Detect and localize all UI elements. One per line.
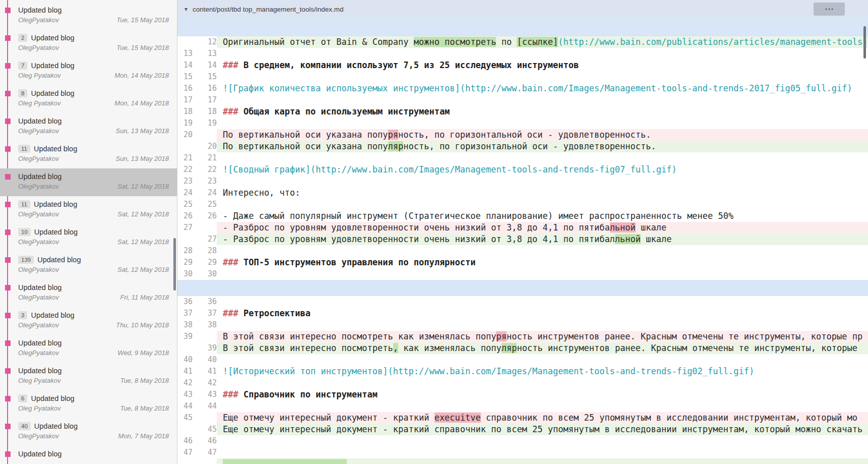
commit-item[interactable]: 139Updated blogOlegPyatakovSat, 12 May 2… xyxy=(0,252,177,279)
code-segment: ### xyxy=(223,106,238,117)
diff-row: 2323 xyxy=(177,176,868,187)
diff-row: 27- Разброс по уровням удовлетворенности… xyxy=(177,222,868,234)
commit-title: Updated blog xyxy=(31,62,74,70)
code-segment: ТОП-5 инструментов управления по популяр… xyxy=(238,257,476,267)
code-segment: ляр xyxy=(388,141,404,151)
code-line: В этой связи интересно посмотреть, как и… xyxy=(217,342,868,354)
commit-title: Updated blog xyxy=(31,394,74,402)
code-line xyxy=(217,199,868,210)
diff-scrollbar-thumb[interactable] xyxy=(863,26,866,59)
diff-row: 2828 xyxy=(177,245,868,257)
commit-item[interactable]: 40Updated blogOlegPyatakovMon, 7 May 201… xyxy=(0,418,177,446)
commit-marker-icon xyxy=(5,257,11,263)
diff-row: 45Еще отмечу интересный документ - кратк… xyxy=(177,424,868,435)
old-line-number: 40 xyxy=(177,354,193,366)
collapsed-lines-band[interactable] xyxy=(177,280,868,296)
commit-item[interactable]: Updated blogOlegPyatakovSat, 12 May 2018 xyxy=(0,168,177,196)
commit-item[interactable]: 7Updated blogOleg PyatakovMon, 14 May 20… xyxy=(0,57,177,85)
commit-marker-icon xyxy=(5,202,11,207)
new-line-number: 23 xyxy=(193,176,217,187)
commit-title: Updated blog xyxy=(31,89,74,97)
commit-title: Updated blog xyxy=(31,311,74,319)
commit-marker-icon xyxy=(5,91,11,96)
old-line-number xyxy=(177,342,193,354)
commit-item[interactable]: Updated blogOlegPyatakovSun, 13 May 2018 xyxy=(0,113,177,141)
diff-row: 45Еще отмечу интересный документ - кратк… xyxy=(177,412,868,424)
old-line-number: 37 xyxy=(177,308,193,319)
commit-date: Sat, 12 May 2018 xyxy=(117,266,169,273)
new-line-number: 14 xyxy=(193,60,217,71)
sidebar-scrollbar-thumb[interactable] xyxy=(173,238,176,291)
code-segment: В этой связи интересно посмотреть xyxy=(223,343,393,353)
commit-meta-row: Oleg PyatakovMon, 14 May 2018 xyxy=(0,98,177,107)
diff-row: 2121 xyxy=(177,152,868,164)
commit-item[interactable]: Updated blogOlegPyatakovFri, 11 May 2018 xyxy=(0,279,177,307)
old-line-number: 17 xyxy=(177,94,193,106)
old-line-number: 23 xyxy=(177,176,193,187)
commit-item[interactable]: 3Updated blogOlegPyatakovThu, 10 May 201… xyxy=(0,307,177,335)
code-line: Оригинальный отчет от Bain & Company мож… xyxy=(217,36,868,48)
new-line-number: 36 xyxy=(193,296,217,308)
commit-item[interactable]: 8Updated blogOleg PyatakovMon, 14 May 20… xyxy=(0,85,177,113)
commit-title-row: Updated blog xyxy=(0,2,177,15)
new-line-number xyxy=(193,458,217,464)
commit-title-row: 3Updated blog xyxy=(0,307,177,320)
diff-row: 12Оригинальный отчет от Bain & Company м… xyxy=(177,36,868,48)
commit-title: Updated blog xyxy=(18,172,61,181)
commit-date: Mon, 7 May 2018 xyxy=(118,432,169,440)
old-line-number: 28 xyxy=(177,245,193,257)
commit-title-row: Updated blog xyxy=(0,279,177,292)
commit-title-row: Updated blog xyxy=(0,363,177,375)
new-line-number: 27 xyxy=(193,234,217,245)
commit-item[interactable]: 2Updated blogOlegPyatakovTue, 15 May 201… xyxy=(0,30,177,57)
commit-badge: 7 xyxy=(18,62,27,70)
diff-row: 1616![График количества используемых инс… xyxy=(177,83,868,94)
code-line xyxy=(217,319,868,331)
commit-date: Sun, 13 May 2018 xyxy=(115,155,169,162)
commit-title: Updated blog xyxy=(34,228,78,236)
commit-item[interactable]: 6Updated blogOleg PyatakovTue, 8 May 201… xyxy=(0,390,177,418)
commit-item[interactable]: 10Updated blogOlegPyatakovSat, 12 May 20… xyxy=(0,224,177,252)
diff-row: 20По вертикальной оси указана популярнос… xyxy=(177,141,868,152)
old-line-number: 15 xyxy=(177,71,193,83)
diff-row: 2626- Даже самый популярный инструмент (… xyxy=(177,210,868,222)
new-line-number: 28 xyxy=(193,245,217,257)
diff-row xyxy=(177,458,868,464)
code-line: ### Справочник по инструментам xyxy=(217,389,868,400)
commit-item[interactable]: Updated blogOlegPyatakovTue, 15 May 2018 xyxy=(0,2,177,30)
diff-row: 4646 xyxy=(177,435,868,447)
commit-author: OlegPyatakov xyxy=(18,183,59,190)
new-line-number: 30 xyxy=(193,268,217,280)
commit-item[interactable]: Updated blogOlegPyatakovWed, 9 May 2018 xyxy=(0,335,177,363)
code-line xyxy=(217,71,868,83)
code-segment: , xyxy=(393,343,398,353)
code-segment: Общая карта по используемым инструментам xyxy=(238,106,450,117)
expand-context-band[interactable] xyxy=(177,18,868,36)
file-menu-button[interactable]: ⋯ xyxy=(814,3,845,16)
code-segment: [ссылке] xyxy=(517,37,558,47)
commit-item[interactable]: 11Updated blogOlegPyatakovSun, 13 May 20… xyxy=(0,141,177,168)
old-line-number: 24 xyxy=(177,187,193,199)
commit-date: Mon, 14 May 2018 xyxy=(114,72,169,79)
commit-item[interactable]: Updated blogOleg PyatakovTue, 8 May 2018 xyxy=(0,363,177,390)
commit-title: Updated blog xyxy=(18,6,61,14)
old-line-number xyxy=(177,141,193,152)
commit-item[interactable]: 11Updated blogOlegPyatakovSat, 12 May 20… xyxy=(0,196,177,224)
commit-item[interactable]: Updated blog xyxy=(0,446,177,464)
commit-author: OlegPyatakov xyxy=(18,44,59,51)
commit-title-row: Updated blog xyxy=(0,168,177,181)
commit-marker-icon xyxy=(5,313,11,318)
commit-title-row: 7Updated blog xyxy=(0,57,177,70)
commit-meta-row: OlegPyatakovFri, 11 May 2018 xyxy=(0,292,177,301)
diff-row: 2424Интересно, что: xyxy=(177,187,868,199)
code-segment: льной xyxy=(610,222,636,233)
commit-title-row: Updated blog xyxy=(0,446,177,458)
chevron-down-icon[interactable]: ▾ xyxy=(184,6,188,13)
new-line-number: 38 xyxy=(193,319,217,331)
code-segment: ![График количества используемых инструм… xyxy=(223,83,852,93)
code-segment: ### xyxy=(223,60,238,70)
diff-row: 4141![Исторический топ инструментов](htt… xyxy=(177,366,868,377)
commit-marker-icon xyxy=(5,424,11,429)
code-segment: ### xyxy=(223,389,238,399)
code-segment: ность инструментов ранее. Красным отмече… xyxy=(517,343,862,353)
